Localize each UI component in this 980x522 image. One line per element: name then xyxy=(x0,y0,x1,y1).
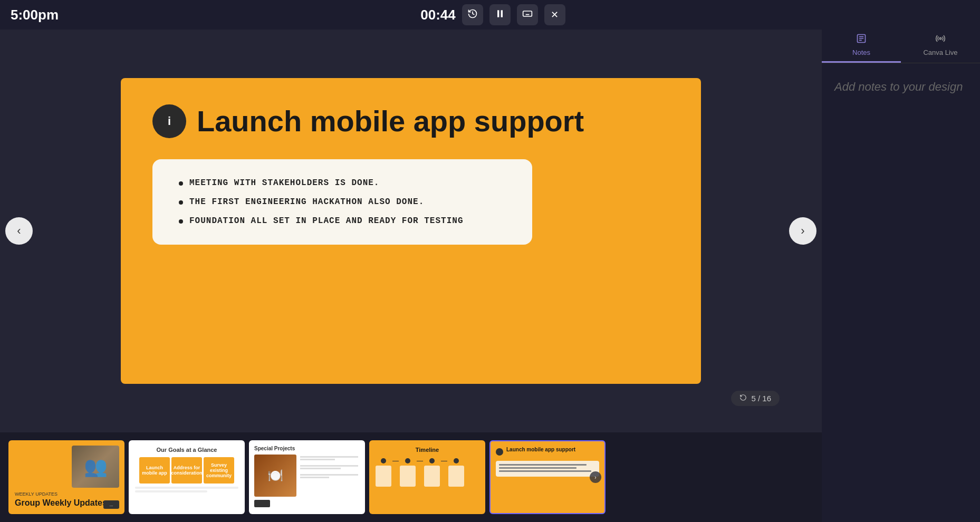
thumb-1-badge: ... xyxy=(103,500,119,509)
thumb-1-small-text: WEEKLY UPDATES xyxy=(15,491,118,497)
slide-number-circle: i xyxy=(152,104,186,138)
thumb-5-line-1 xyxy=(499,464,587,466)
panel-tabs: Notes Canva Live xyxy=(822,30,980,63)
counter-refresh-icon xyxy=(739,394,747,403)
next-slide-button[interactable]: › xyxy=(789,217,816,245)
thumb-5-content: Launch mobile app support xyxy=(491,441,604,513)
thumb-1-image: 👥 xyxy=(72,446,119,488)
thumb-3-card-2 xyxy=(299,463,360,471)
timeline-node-3 xyxy=(424,458,440,487)
thumbnail-strip: 👥 WEEKLY UPDATES Group Weekly Updates ..… xyxy=(0,432,822,522)
thumb-5-card xyxy=(496,461,599,477)
prev-arrow-icon: ‹ xyxy=(17,224,21,238)
thumb-4-content: Timeline xyxy=(370,441,484,513)
thumb-2-title: Our Goals at a Glance xyxy=(135,447,238,453)
thumb-3-badge xyxy=(254,500,270,507)
thumbnail-4[interactable]: Timeline xyxy=(369,440,485,514)
slide-bullet-3: Foundation all set in place and ready fo… xyxy=(179,216,506,226)
thumb-3-card-3 xyxy=(299,472,360,480)
thumb-1-label: Group Weekly Updates xyxy=(15,498,118,508)
top-bar-center: 00:44 xyxy=(420,4,565,25)
tab-canvalive[interactable]: Canva Live xyxy=(901,30,980,63)
notes-tab-label: Notes xyxy=(852,49,870,56)
svg-rect-1 xyxy=(501,10,502,17)
thumb-4-timeline-row xyxy=(376,458,479,487)
close-button[interactable]: ✕ xyxy=(544,4,565,25)
thumb-4-title: Timeline xyxy=(376,447,479,453)
goal-box-2-label: Address for consideration xyxy=(170,464,204,477)
canvalive-tab-icon xyxy=(935,33,946,46)
thumb-3-content: Special Projects 🍽️ xyxy=(250,441,364,513)
notes-tab-icon xyxy=(856,33,867,46)
thumb-5-header: Launch mobile app support xyxy=(496,447,599,457)
pause-button[interactable] xyxy=(489,4,511,25)
slide-container: ‹ i Launch mobile app support Meeting wi… xyxy=(0,30,822,432)
thumb-2-line-1 xyxy=(135,487,238,489)
slide-number-icon: i xyxy=(168,114,171,128)
thumb-1-content: 👥 WEEKLY UPDATES Group Weekly Updates ..… xyxy=(9,441,123,513)
notes-placeholder: Add notes to your design xyxy=(834,79,967,95)
pause-icon xyxy=(495,8,505,22)
keyboard-icon xyxy=(522,8,533,22)
timeline-node-4 xyxy=(448,458,464,487)
slide-counter-label: 5 / 16 xyxy=(751,394,771,403)
slide-title-row: i Launch mobile app support xyxy=(152,104,669,138)
presentation-area: ‹ i Launch mobile app support Meeting wi… xyxy=(0,30,822,522)
prev-slide-button[interactable]: ‹ xyxy=(5,217,33,245)
current-time: 5:00pm xyxy=(11,7,59,23)
thumb-1-image-inner: 👥 xyxy=(72,446,119,488)
svg-rect-0 xyxy=(497,10,499,17)
thumb-3-image: 🍽️ xyxy=(254,455,296,497)
panel-content: Add notes to your design xyxy=(822,63,980,522)
slide-content-box: Meeting with stakeholders is done. The f… xyxy=(152,159,532,245)
tab-notes[interactable]: Notes xyxy=(822,30,901,63)
thumb-3-card-1 xyxy=(299,455,360,462)
goal-box-1-label: Launch mobile app xyxy=(139,464,170,477)
thumb-5-circle xyxy=(496,448,503,456)
thumb-5-title: Launch mobile app support xyxy=(506,447,575,452)
top-bar: 5:00pm 00:44 xyxy=(0,0,980,30)
bullet-dot-2 xyxy=(179,200,183,205)
thumb-5-line-3 xyxy=(499,470,591,472)
slide-counter: 5 / 16 xyxy=(731,391,780,406)
slide-bullet-1: Meeting with stakeholders is done. xyxy=(179,178,506,188)
bullet-dot-1 xyxy=(179,181,183,186)
svg-rect-2 xyxy=(523,11,532,16)
thumb-5-line-2 xyxy=(499,467,577,469)
close-icon: ✕ xyxy=(551,9,559,21)
history-button[interactable] xyxy=(462,4,483,25)
history-icon xyxy=(467,8,478,22)
thumb-3-cards xyxy=(299,455,360,497)
thumbnail-5[interactable]: Launch mobile app support › xyxy=(489,440,606,514)
current-slide: i Launch mobile app support Meeting with… xyxy=(121,78,701,384)
thumb-2-content: Our Goals at a Glance Launch mobile app … xyxy=(130,441,244,513)
thumbnail-3[interactable]: Special Projects 🍽️ xyxy=(249,440,365,514)
timeline-node-2 xyxy=(400,458,416,487)
right-panel: Notes Canva Live Add notes to your desig… xyxy=(822,30,980,522)
canvalive-tab-label: Canva Live xyxy=(923,49,957,56)
thumbnail-2[interactable]: Our Goals at a Glance Launch mobile app … xyxy=(129,440,245,514)
person-group-icon: 👥 xyxy=(84,456,108,478)
goal-box-3-label: Survey existing community xyxy=(204,461,234,479)
thumb-3-title: Special Projects xyxy=(254,446,360,451)
thumb-3-image-inner: 🍽️ xyxy=(254,455,296,497)
next-arrow-icon: › xyxy=(801,224,804,238)
thumb-2-line-2 xyxy=(135,490,207,492)
bullet-dot-3 xyxy=(179,219,183,224)
slide-bullet-2: The first engineering hackathon also don… xyxy=(179,197,506,207)
main-layout: ‹ i Launch mobile app support Meeting wi… xyxy=(0,30,980,522)
timeline-node-1 xyxy=(376,458,391,487)
thumb-5-next-arrow[interactable]: › xyxy=(590,471,601,483)
thumb-2-boxes-row: Launch mobile app Address for considerat… xyxy=(135,457,238,484)
svg-point-4 xyxy=(939,37,941,39)
thumb-3-grid: 🍽️ xyxy=(254,455,360,497)
presentation-timer: 00:44 xyxy=(420,7,456,23)
thumbnail-1[interactable]: 👥 WEEKLY UPDATES Group Weekly Updates ..… xyxy=(8,440,124,514)
slide-title: Launch mobile app support xyxy=(197,105,584,138)
keyboard-button[interactable] xyxy=(517,4,538,25)
